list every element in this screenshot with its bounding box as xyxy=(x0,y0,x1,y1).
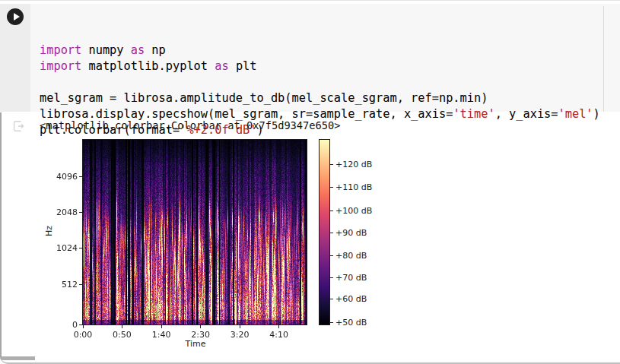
code-token: import xyxy=(40,43,81,57)
x-tick-label: 0:50 xyxy=(113,330,132,340)
output-repr-text: <matplotlib.colorbar.Colorbar at 0x7f5d9… xyxy=(40,119,341,131)
run-cell-button[interactable] xyxy=(7,8,24,25)
colorbar-tick-mark xyxy=(330,322,333,323)
y-tick-label: 0 xyxy=(44,320,78,330)
colorbar-tick-mark xyxy=(330,277,333,278)
code-line[interactable] xyxy=(40,74,620,90)
x-tick-label: 3:20 xyxy=(231,330,250,340)
colorbar-tick-mark xyxy=(330,255,333,256)
notebook-viewport: import numpy as npimport matplotlib.pypl… xyxy=(0,0,620,364)
colorbar-tick-mark xyxy=(330,233,333,233)
x-tick-label: 4:10 xyxy=(269,330,288,340)
x-tick-mark xyxy=(83,325,84,328)
code-token: , y_axis= xyxy=(495,107,558,121)
colorbar-tick-label: +70 dB xyxy=(335,273,367,283)
colorbar-tick-label: +50 dB xyxy=(335,318,367,328)
code-line[interactable]: import numpy as np xyxy=(40,43,620,59)
spectrogram-axes xyxy=(82,139,307,325)
x-tick-mark xyxy=(200,325,201,328)
code-token: 'time' xyxy=(453,107,494,121)
colorbar-tick-mark xyxy=(330,299,333,299)
colorbar-tick-label: +100 dB xyxy=(335,206,372,216)
y-tick-mark xyxy=(79,176,82,177)
colorbar-gradient xyxy=(319,139,330,325)
spectrogram-heatmap xyxy=(83,140,307,324)
y-tick-label: 512 xyxy=(44,280,78,290)
editor-right-border xyxy=(603,6,604,112)
matplotlib-figure: Hz Time 40962048102451200:000:501:402:30… xyxy=(0,136,354,359)
y-tick-label: 1024 xyxy=(44,243,78,253)
code-token: as xyxy=(215,59,228,73)
y-tick-label: 2048 xyxy=(44,207,78,217)
y-tick-mark xyxy=(79,212,82,213)
code-token: ) xyxy=(593,107,600,121)
code-editor[interactable]: import numpy as npimport matplotlib.pypl… xyxy=(30,4,620,112)
code-token: numpy xyxy=(81,43,130,57)
x-tick-label: 2:30 xyxy=(191,330,210,340)
colorbar-tick-label: +110 dB xyxy=(335,182,372,192)
x-tick-mark xyxy=(240,325,240,328)
y-tick-mark xyxy=(79,284,82,285)
x-tick-mark xyxy=(122,325,122,328)
x-tick-mark xyxy=(278,325,279,328)
code-token: as xyxy=(131,43,145,57)
code-line[interactable]: mel_sgram = librosa.amplitude_to_db(mel_… xyxy=(40,90,620,106)
code-token: mel_sgram = librosa.amplitude_to_db(mel_… xyxy=(40,91,488,105)
code-token: np xyxy=(145,43,166,57)
colorbar-tick-label: +80 dB xyxy=(335,251,367,261)
x-axis-label: Time xyxy=(186,339,206,349)
cell-gutter xyxy=(0,4,30,112)
x-tick-label: 1:40 xyxy=(152,330,171,340)
colorbar-tick-mark xyxy=(330,187,333,188)
code-token: import xyxy=(40,59,81,73)
colorbar-tick-mark xyxy=(330,164,333,165)
play-icon xyxy=(14,13,20,21)
y-tick-mark xyxy=(79,248,82,248)
y-tick-mark xyxy=(79,324,82,325)
code-token: matplotlib.pyplot xyxy=(81,59,215,73)
colorbar-tick-label: +60 dB xyxy=(335,294,367,304)
code-line[interactable]: import matplotlib.pyplot as plt xyxy=(40,59,620,74)
horizontal-scrollbar-thumb[interactable] xyxy=(0,356,35,360)
colorbar-tick-label: +90 dB xyxy=(335,228,367,238)
cell-output-icon xyxy=(13,120,25,135)
y-axis-label: Hz xyxy=(44,226,54,236)
frame-border-left xyxy=(0,112,2,362)
code-cell: import numpy as npimport matplotlib.pypl… xyxy=(0,4,620,112)
colorbar-tick-label: +120 dB xyxy=(335,160,372,169)
x-tick-label: 0:00 xyxy=(74,330,93,340)
code-token: 'mel' xyxy=(558,107,593,121)
y-tick-label: 4096 xyxy=(44,172,78,182)
colorbar-tick-mark xyxy=(330,210,333,211)
code-token: plt xyxy=(229,59,257,73)
x-tick-mark xyxy=(161,325,162,328)
